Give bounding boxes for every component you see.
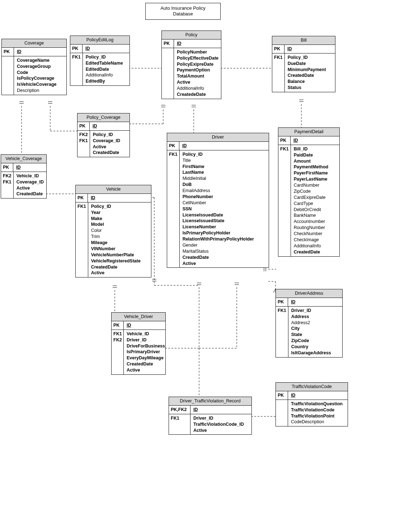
pk-label: PK xyxy=(76,194,88,202)
entity-driveraddress: DriverAddress PK ID FK1 Driver_IDAddress… xyxy=(276,289,343,358)
entity-driver-tvr: Driver_TrafficViolation_Record PK,FK2 ID… xyxy=(169,397,252,435)
fk-label: FK2 FK1 xyxy=(1,172,14,199)
fk-label: FK1 xyxy=(276,307,288,357)
pk-label: PK xyxy=(278,136,291,145)
attrs: Policy_IDCoverage_IDActiveCreatedDate xyxy=(90,131,130,157)
pk-label: PK xyxy=(1,163,13,172)
entity-trafficviolationcode: TrafficViolationCode PK ID TrafficViolat… xyxy=(276,382,348,426)
entity-policyeditlog: PolicyEditLog PK ID FK1 Policy_IDEditedT… xyxy=(70,36,130,86)
pk-label: PK xyxy=(112,321,124,330)
title-text: Auto Insurance Policy Database xyxy=(160,5,206,17)
attrs: Bill_IDPaidDateAmountPaymentMethodPayerF… xyxy=(291,145,339,256)
entity-title: Policy_Coverage xyxy=(77,113,130,122)
entity-title: PolicyEditLog xyxy=(70,36,130,45)
pk-field: ID xyxy=(91,195,149,201)
pk-field: ID xyxy=(291,392,345,398)
pk-field: ID xyxy=(177,41,219,47)
fk-label: FK1 xyxy=(70,53,83,85)
entity-title: Bill xyxy=(272,36,335,45)
fk-label: FK1 xyxy=(167,150,180,268)
pk-field: ID xyxy=(127,322,163,328)
pk-field: ID xyxy=(182,143,267,149)
fk-label: FK2 FK1 xyxy=(77,131,90,157)
attrs: Driver_IDTrafficViolationCode_IDActive xyxy=(190,414,251,435)
entity-bill: Bill PK ID FK1 Policy_IDDueDateMinimumPa… xyxy=(272,36,335,92)
entity-title: DriverAddress xyxy=(276,289,342,298)
attrs: Policy_IDYearMakeModelColorTrimMileageVI… xyxy=(88,202,151,277)
fk-label: FK1 xyxy=(169,414,190,435)
entity-coverage: Coverage PK ID CoverageNameCoverageGroup… xyxy=(1,39,67,95)
fk-label: FK1 FK2 xyxy=(112,330,124,374)
entity-title: TrafficViolationCode xyxy=(276,383,348,391)
attrs: Policy_IDTitleFirstNameLastNameMiddleIni… xyxy=(180,150,269,268)
entity-title: PaymentDetail xyxy=(278,128,339,136)
pk-field: ID xyxy=(193,407,249,413)
entity-title: Policy xyxy=(162,31,221,39)
attrs: PolicyNumberPolicyEffectiveDatePolicyExi… xyxy=(174,48,221,99)
pk-field: ID xyxy=(93,123,127,129)
entity-title: Coverage xyxy=(2,39,66,48)
pk-label: PK xyxy=(272,45,284,53)
pk-field: ID xyxy=(293,137,337,144)
pk-label: PK xyxy=(276,298,288,306)
entity-paymentdetail: PaymentDetail PK ID FK1 Bill_IDPaidDateA… xyxy=(278,127,340,257)
attrs: Vehicle_IDCoverage_IDActiveCreatedDate xyxy=(14,172,46,199)
er-diagram-canvas: Auto Insurance Policy Database xyxy=(0,0,419,532)
pk-field: ID xyxy=(17,49,64,55)
entity-title: Driver xyxy=(167,133,269,142)
pk-field: ID xyxy=(287,46,333,52)
entity-policy-coverage: Policy_Coverage PK ID FK2 FK1 Policy_IDC… xyxy=(77,113,130,157)
pk-label: PK xyxy=(2,48,14,56)
attrs: Policy_IDDueDateMinimumPaymentCreatedDat… xyxy=(285,53,335,92)
fk-label: FK1 xyxy=(272,53,285,92)
pk-label: PK xyxy=(70,45,83,53)
attrs: Policy_IDEditedTableNameEditedDateAdditi… xyxy=(83,53,130,85)
pk-label: PK xyxy=(77,122,90,130)
pk-label: PK,FK2 xyxy=(169,406,190,414)
pk-field: ID xyxy=(291,299,340,305)
pk-field: ID xyxy=(16,164,44,171)
pk-label: PK xyxy=(167,142,179,150)
attrs: Driver_IDAddressAddress2CityStateZipCode… xyxy=(288,307,342,357)
fk-label: FK1 xyxy=(278,145,291,256)
entity-title: Vehicle xyxy=(76,185,151,194)
entity-policy: Policy PK ID PolicyNumberPolicyEffective… xyxy=(161,31,221,99)
entity-vehicle-driver: Vehicle_Driver PK ID FK1 FK2 Vehicle_IDD… xyxy=(111,312,166,375)
entity-vehicle-coverage: Vehicle_Coverage PK ID FK2 FK1 Vehicle_I… xyxy=(1,154,47,199)
pk-label: PK xyxy=(276,391,288,400)
entity-title: Driver_TrafficViolation_Record xyxy=(169,397,251,406)
fk-label: FK1 xyxy=(76,202,88,277)
diagram-title: Auto Insurance Policy Database xyxy=(145,3,221,20)
entity-title: Vehicle_Coverage xyxy=(1,155,46,163)
attrs: TrafficViolationQuestionTrafficViolation… xyxy=(288,400,348,426)
attrs: CoverageNameCoverageGroupCodeIsPolicyCov… xyxy=(14,56,66,95)
entity-driver: Driver PK ID FK1 Policy_IDTitleFirstName… xyxy=(167,133,269,268)
entity-vehicle: Vehicle PK ID FK1 Policy_IDYearMakeModel… xyxy=(75,185,151,277)
pk-field: ID xyxy=(85,46,127,52)
attrs: Vehicle_IDDriver_IDDriveForBusinessIsPri… xyxy=(124,330,167,374)
entity-title: Vehicle_Driver xyxy=(112,313,165,321)
pk-label: PK xyxy=(162,39,174,48)
